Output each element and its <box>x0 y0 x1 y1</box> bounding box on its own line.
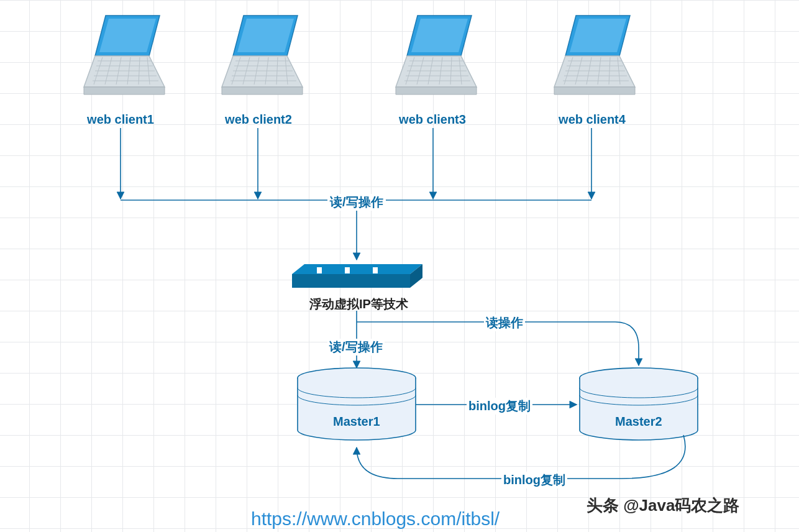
svg-marker-17 <box>222 56 303 87</box>
svg-line-12 <box>127 57 130 85</box>
vip-label: 浮动虚拟IP等技术 <box>309 296 408 313</box>
laptop-icon <box>396 16 477 94</box>
svg-line-14 <box>147 57 150 85</box>
laptop-icon <box>554 16 635 94</box>
laptop-icon <box>222 16 303 94</box>
svg-line-41 <box>428 57 433 85</box>
svg-line-56 <box>587 57 591 85</box>
svg-line-59 <box>618 57 620 85</box>
svg-line-29 <box>285 57 288 85</box>
svg-marker-31 <box>411 19 468 52</box>
svg-line-43 <box>450 57 452 85</box>
binlog-mid-label: binlog复制 <box>467 398 532 415</box>
svg-marker-66 <box>292 264 422 274</box>
svg-marker-48 <box>554 87 635 94</box>
svg-rect-70 <box>345 267 350 273</box>
client-label: web client4 <box>557 112 627 127</box>
diagram-canvas: web client1 web client2 web client3 web … <box>0 0 799 532</box>
svg-marker-15 <box>233 16 298 56</box>
svg-line-25 <box>243 57 250 85</box>
svg-marker-3 <box>84 87 165 94</box>
svg-line-54 <box>564 57 573 85</box>
svg-line-13 <box>139 57 140 85</box>
svg-rect-71 <box>373 267 378 273</box>
readwrite-mid-label: 读/写操作 <box>327 339 385 355</box>
binlog-bottom-label: binlog复制 <box>501 472 567 488</box>
master2-label: Master2 <box>615 415 662 429</box>
svg-marker-18 <box>222 87 303 94</box>
database-icon-master2 <box>580 368 698 440</box>
svg-marker-32 <box>396 56 477 87</box>
svg-marker-1 <box>99 19 156 52</box>
svg-point-73 <box>580 368 698 388</box>
connections-layer <box>0 0 799 532</box>
footer-url: https://www.cnblogs.com/itbsl/ <box>251 508 500 530</box>
svg-line-39 <box>406 57 414 85</box>
svg-line-26 <box>254 57 259 85</box>
svg-line-11 <box>116 57 121 85</box>
database-icon-master1 <box>298 368 416 440</box>
laptop-icon <box>84 16 165 94</box>
client-label: web client2 <box>224 112 293 127</box>
svg-line-58 <box>609 57 610 85</box>
master1-label: Master1 <box>333 415 380 429</box>
svg-line-44 <box>459 57 462 85</box>
svg-line-10 <box>105 57 112 85</box>
svg-line-40 <box>417 57 424 85</box>
read-ops-label: 读操作 <box>484 314 525 331</box>
svg-marker-46 <box>570 19 626 52</box>
client-label: web client1 <box>86 112 155 127</box>
svg-marker-47 <box>554 56 635 87</box>
svg-marker-68 <box>410 264 422 288</box>
router-icon <box>292 264 422 288</box>
svg-line-42 <box>439 57 442 85</box>
client-label: web client3 <box>398 112 467 127</box>
svg-marker-16 <box>237 19 294 52</box>
svg-marker-0 <box>95 16 160 56</box>
svg-marker-2 <box>84 56 165 87</box>
svg-line-9 <box>94 57 103 85</box>
svg-line-27 <box>265 57 268 85</box>
svg-marker-33 <box>396 87 477 94</box>
svg-line-24 <box>232 57 240 85</box>
svg-marker-30 <box>407 16 472 56</box>
svg-line-57 <box>598 57 601 85</box>
readwrite-top-label: 读/写操作 <box>327 194 386 211</box>
svg-point-72 <box>298 368 416 388</box>
svg-line-28 <box>276 57 278 85</box>
watermark: 头条 @Java码农之路 <box>587 495 739 516</box>
svg-rect-69 <box>317 267 322 273</box>
svg-rect-67 <box>292 274 410 288</box>
svg-marker-45 <box>565 16 630 56</box>
svg-line-55 <box>575 57 582 85</box>
